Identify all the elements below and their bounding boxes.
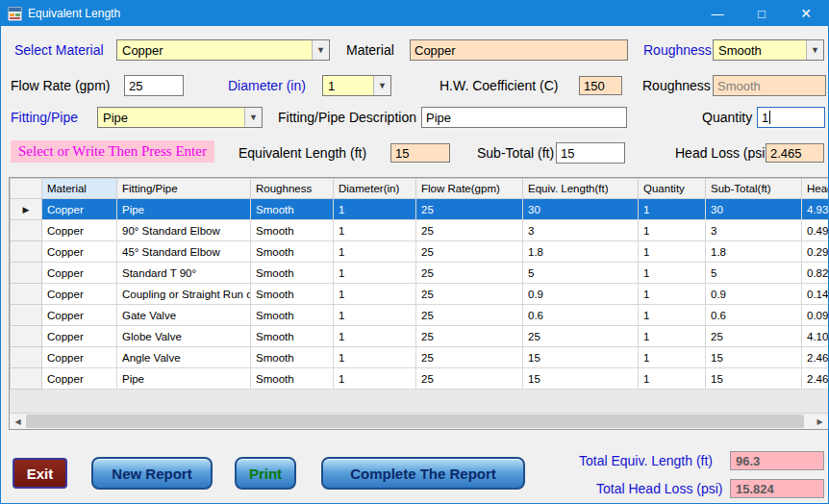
grid-cell[interactable]: Smooth bbox=[251, 284, 334, 305]
grid-cell[interactable]: 15 bbox=[706, 368, 802, 390]
grid-column-header[interactable]: Flow Rate(gpm) bbox=[416, 179, 523, 199]
print-button[interactable]: Print bbox=[235, 457, 296, 490]
maximize-button[interactable]: □ bbox=[740, 1, 784, 26]
grid-column-header[interactable]: Material bbox=[42, 179, 117, 199]
table-row[interactable]: CopperPipeSmooth125151152.465 bbox=[11, 368, 829, 390]
grid-cell[interactable]: Standard T 90° bbox=[117, 263, 251, 284]
grid-cell[interactable]: 1 bbox=[639, 263, 706, 284]
table-row[interactable]: ▶CopperPipeSmooth125301304.930 bbox=[11, 199, 829, 220]
grid-cell[interactable]: 0.099 bbox=[802, 305, 829, 326]
grid-cell[interactable]: Copper bbox=[42, 220, 117, 241]
grid-cell[interactable]: 1.8 bbox=[706, 241, 802, 263]
grid-cell[interactable]: Copper bbox=[42, 263, 117, 284]
grid-cell[interactable]: Copper bbox=[42, 241, 117, 263]
grid-cell[interactable]: 5 bbox=[523, 263, 639, 284]
grid-cell[interactable]: 25 bbox=[523, 326, 639, 347]
grid-cell[interactable]: 2.465 bbox=[802, 368, 829, 390]
grid-cell[interactable]: 1 bbox=[639, 284, 706, 305]
grid-cell[interactable]: 25 bbox=[416, 305, 523, 326]
grid-cell[interactable]: 1 bbox=[334, 241, 416, 263]
flow-rate-input[interactable]: 25 bbox=[124, 75, 184, 96]
grid-cell[interactable]: 3 bbox=[706, 220, 802, 241]
grid-cell[interactable]: 1 bbox=[639, 241, 706, 263]
grid-cell[interactable]: Gate Valve bbox=[117, 305, 251, 326]
minimize-button[interactable]: — bbox=[695, 1, 740, 26]
grid-cell[interactable]: 1 bbox=[639, 326, 706, 347]
grid-cell[interactable]: 25 bbox=[416, 199, 523, 220]
grid-column-header[interactable]: Roughness bbox=[251, 179, 334, 199]
grid-cell[interactable]: 2.465 bbox=[802, 347, 829, 368]
table-row[interactable]: CopperAngle ValveSmooth125151152.465 bbox=[11, 347, 829, 368]
grid-cell[interactable]: Smooth bbox=[251, 347, 334, 368]
table-row[interactable]: CopperGlobe ValveSmooth125251254.108 bbox=[11, 326, 829, 347]
row-selector[interactable] bbox=[11, 220, 42, 241]
close-button[interactable]: ✕ bbox=[784, 1, 828, 26]
exit-button[interactable]: Exit bbox=[13, 458, 67, 489]
new-report-button[interactable]: New Report bbox=[91, 457, 213, 490]
grid-cell[interactable]: 1 bbox=[334, 263, 416, 284]
grid-cell[interactable]: Copper bbox=[42, 199, 117, 220]
table-row[interactable]: CopperGate ValveSmooth1250.610.60.099 bbox=[11, 305, 829, 326]
horizontal-scrollbar[interactable]: ◀ ▶ bbox=[10, 413, 828, 429]
grid-cell[interactable]: Copper bbox=[42, 368, 117, 390]
hw-coefficient-field[interactable]: 150 bbox=[579, 76, 622, 95]
grid-cell[interactable]: Coupling or Straight Run of T bbox=[117, 284, 251, 305]
grid-cell[interactable]: Smooth bbox=[251, 199, 334, 220]
row-selector[interactable] bbox=[11, 263, 42, 284]
grid-cell[interactable]: 1 bbox=[334, 199, 416, 220]
grid-cell[interactable]: 25 bbox=[416, 347, 523, 368]
scroll-right-icon[interactable]: ▶ bbox=[812, 414, 828, 429]
grid-column-header[interactable]: Head Loss(psi) bbox=[802, 179, 829, 199]
grid-cell[interactable]: Copper bbox=[42, 326, 117, 347]
table-row[interactable]: Copper45° Standard ElbowSmooth1251.811.8… bbox=[11, 241, 829, 263]
sub-total-input[interactable]: 15 bbox=[556, 142, 625, 164]
grid-cell[interactable]: Smooth bbox=[251, 220, 334, 241]
chevron-down-icon[interactable]: ▼ bbox=[244, 108, 262, 127]
quantity-input[interactable]: 1 bbox=[757, 107, 825, 128]
grid-cell[interactable]: 4.930 bbox=[802, 199, 829, 220]
row-selector[interactable]: ▶ bbox=[11, 199, 42, 220]
grid-cell[interactable]: 1 bbox=[639, 305, 706, 326]
grid-cell[interactable]: Pipe bbox=[117, 368, 251, 390]
diameter-combo[interactable]: 1 ▼ bbox=[322, 75, 391, 96]
head-loss-field[interactable]: 2.465 bbox=[766, 143, 824, 163]
roughness-combo[interactable]: Smooth ▼ bbox=[713, 39, 824, 61]
grid-cell[interactable]: 1 bbox=[334, 305, 416, 326]
table-row[interactable]: CopperStandard T 90°Smooth1255150.822 bbox=[11, 263, 829, 284]
grid-cell[interactable]: 1.8 bbox=[523, 241, 639, 263]
grid-cell[interactable]: 1 bbox=[639, 368, 706, 390]
grid-column-header[interactable]: Sub-Total(ft) bbox=[706, 179, 802, 199]
grid-cell[interactable]: 0.296 bbox=[802, 241, 829, 263]
grid-cell[interactable]: 30 bbox=[706, 199, 802, 220]
complete-report-button[interactable]: Complete The Report bbox=[321, 457, 525, 490]
equivalent-length-field[interactable]: 15 bbox=[390, 143, 450, 163]
grid-cell[interactable]: 1 bbox=[334, 326, 416, 347]
grid-cell[interactable]: Smooth bbox=[251, 368, 334, 390]
grid-cell[interactable]: 0.9 bbox=[523, 284, 639, 305]
chevron-down-icon[interactable]: ▼ bbox=[373, 76, 390, 95]
grid-cell[interactable]: 25 bbox=[416, 368, 523, 390]
grid-cell[interactable]: 1 bbox=[334, 220, 416, 241]
grid-cell[interactable]: 0.9 bbox=[706, 284, 802, 305]
grid-cell[interactable]: 1 bbox=[334, 368, 416, 390]
material-field[interactable]: Copper bbox=[410, 39, 628, 61]
grid-cell[interactable]: 0.822 bbox=[802, 263, 829, 284]
row-selector[interactable] bbox=[11, 305, 42, 326]
grid-cell[interactable]: 0.6 bbox=[523, 305, 639, 326]
grid-cell[interactable]: Copper bbox=[42, 305, 117, 326]
grid-cell[interactable]: 25 bbox=[706, 326, 802, 347]
grid-cell[interactable]: 3 bbox=[523, 220, 639, 241]
grid-cell[interactable]: 25 bbox=[416, 241, 523, 263]
grid-cell[interactable]: Smooth bbox=[251, 241, 334, 263]
grid-cell[interactable]: 15 bbox=[523, 347, 639, 368]
scrollbar-thumb[interactable] bbox=[26, 415, 804, 428]
grid-cell[interactable]: 25 bbox=[416, 220, 523, 241]
grid-cell[interactable]: Pipe bbox=[117, 199, 251, 220]
grid-cell[interactable]: Angle Valve bbox=[117, 347, 251, 368]
grid-column-header[interactable]: Quantity bbox=[639, 179, 706, 199]
grid-cell[interactable]: 25 bbox=[416, 263, 523, 284]
grid-cell[interactable]: 1 bbox=[639, 220, 706, 241]
grid-cell[interactable]: 30 bbox=[523, 199, 639, 220]
fitting-description-input[interactable]: Pipe bbox=[421, 107, 627, 128]
grid-cell[interactable]: Globe Valve bbox=[117, 326, 251, 347]
